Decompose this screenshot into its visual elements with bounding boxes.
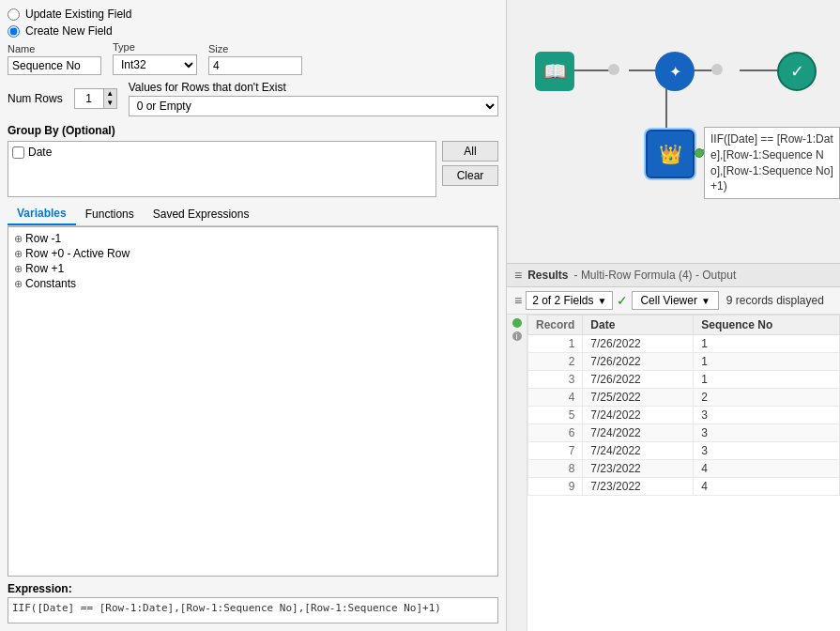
group-by-list: Date	[8, 141, 436, 197]
table-row: 4 7/25/2022 2	[528, 389, 840, 407]
cell-record: 5	[528, 407, 583, 424]
num-rows-spinner[interactable]: ▲ ▼	[74, 88, 117, 109]
group-by-section: Group By (Optional) Date All Clear	[8, 124, 498, 197]
group-by-label: Group By (Optional)	[8, 124, 115, 137]
group-by-date-checkbox[interactable]	[12, 146, 24, 159]
tab-variables[interactable]: Variables	[8, 203, 76, 225]
values-label: Values for Rows that don't Exist	[129, 81, 498, 94]
tree-item-constants[interactable]: Constants	[12, 276, 494, 291]
field-name-input[interactable]	[8, 56, 101, 75]
results-subtitle: - Multi-Row Formula (4) - Output	[574, 269, 737, 282]
spinner-up[interactable]: ▲	[103, 89, 116, 99]
data-table: Record Date Sequence No 1 7/26/2022 1 2 …	[527, 315, 840, 496]
create-new-label: Create New Field	[25, 24, 113, 38]
col-record: Record	[528, 316, 583, 335]
table-sidebar: i	[507, 315, 527, 631]
cell-viewer-button[interactable]: Cell Viewer ▼	[632, 291, 718, 310]
col-date: Date	[583, 316, 694, 335]
table-row: 1 7/26/2022 1	[528, 335, 840, 353]
cell-seqno: 4	[694, 478, 840, 496]
field-type-row: Name Type Int32 Size	[8, 41, 498, 75]
cell-date: 7/24/2022	[583, 424, 694, 442]
records-count: 9 records displayed	[726, 294, 824, 307]
connector-2	[711, 64, 723, 75]
field-name-label: Name	[8, 43, 101, 54]
workflow-node-3[interactable]: ✓	[777, 52, 817, 91]
workflow-node-1[interactable]: 📖	[535, 52, 574, 91]
group-by-date-label: Date	[28, 146, 52, 159]
values-select[interactable]: 0 or Empty	[129, 96, 498, 116]
tooltip-text: IIF([Date] == [Row-1:Date],[Row-1:Sequen…	[710, 131, 833, 194]
all-button[interactable]: All	[442, 141, 498, 162]
update-existing-radio[interactable]	[8, 8, 20, 21]
table-scroll-area: Record Date Sequence No 1 7/26/2022 1 2 …	[527, 315, 840, 631]
cell-seqno: 3	[694, 407, 840, 424]
update-existing-radio-row: Update Existing Field	[8, 8, 498, 21]
table-row: 5 7/24/2022 3	[528, 407, 840, 424]
expression-section: Expression: IIF([Date] == [Row-1:Date],[…	[8, 582, 498, 623]
table-row: 8 7/23/2022 4	[528, 460, 840, 478]
table-header: Record Date Sequence No	[528, 316, 840, 335]
spinner-down[interactable]: ▼	[103, 99, 116, 108]
right-panel: 📖 ✦ ✓ 👑 IIF([Date] == [Row-1:Date],[Row-…	[507, 0, 840, 631]
expression-box[interactable]: IIF([Date] == [Row-1:Date],[Row-1:Sequen…	[8, 597, 498, 623]
fields-dropdown[interactable]: 2 of 2 Fields ▼	[526, 291, 613, 310]
results-hamburger-icon[interactable]: ≡	[514, 268, 522, 283]
num-rows-row: Num Rows ▲ ▼ Values for Rows that don't …	[8, 81, 498, 116]
table-row: 6 7/24/2022 3	[528, 424, 840, 442]
results-panel: ≡ Results - Multi-Row Formula (4) - Outp…	[507, 263, 840, 631]
tree-item-row-minus1[interactable]: Row -1	[12, 231, 494, 246]
table-body: 1 7/26/2022 1 2 7/26/2022 1 3 7/26/2022 …	[528, 335, 840, 496]
type-select[interactable]: Int32	[113, 54, 197, 75]
check-icon[interactable]: ✓	[617, 293, 628, 308]
toolbar-menu-icon[interactable]: ≡	[514, 293, 522, 308]
size-input[interactable]	[208, 56, 302, 75]
cell-record: 9	[528, 478, 583, 496]
tab-functions[interactable]: Functions	[76, 203, 144, 225]
cell-record: 6	[528, 424, 583, 442]
table-wrapper: i Record Date Sequence No 1 7/26/2022 1 …	[507, 315, 840, 631]
cell-date: 7/26/2022	[583, 353, 694, 371]
cell-record: 8	[528, 460, 583, 478]
type-group: Type Int32	[113, 41, 197, 75]
expression-label: Expression:	[8, 582, 498, 595]
node-tooltip: IIF([Date] == [Row-1:Date],[Row-1:Sequen…	[704, 127, 840, 199]
num-rows-input[interactable]	[75, 90, 103, 107]
size-group: Size	[208, 43, 302, 75]
results-header: ≡ Results - Multi-Row Formula (4) - Outp…	[507, 264, 840, 287]
group-by-item-date: Date	[12, 146, 432, 159]
table-row: 3 7/26/2022 1	[528, 371, 840, 389]
info-status-dot: i	[512, 331, 522, 341]
tree-item-row-active[interactable]: Row +0 - Active Row	[12, 246, 494, 261]
group-by-buttons: All Clear	[442, 141, 498, 197]
cell-record: 3	[528, 371, 583, 389]
cell-seqno: 4	[694, 460, 840, 478]
type-label: Type	[113, 41, 197, 53]
cell-date: 7/26/2022	[583, 371, 694, 389]
values-group: Values for Rows that don't Exist 0 or Em…	[129, 81, 498, 116]
workflow-node-2[interactable]: ✦	[655, 52, 695, 91]
connector-1	[608, 64, 619, 75]
update-existing-label: Update Existing Field	[25, 8, 131, 21]
cell-record: 2	[528, 353, 583, 371]
num-rows-label: Num Rows	[8, 92, 63, 105]
group-by-area: Date All Clear	[8, 141, 498, 197]
cell-date: 7/24/2022	[583, 407, 694, 424]
tree-item-row-plus1[interactable]: Row +1	[12, 261, 494, 276]
workflow-area: 📖 ✦ ✓ 👑 IIF([Date] == [Row-1:Date],[Row-…	[507, 0, 840, 263]
cell-record: 4	[528, 389, 583, 407]
tab-saved-expressions[interactable]: Saved Expressions	[144, 203, 259, 225]
cell-viewer-label: Cell Viewer	[640, 294, 696, 307]
cell-seqno: 1	[694, 353, 840, 371]
create-new-radio[interactable]	[8, 25, 20, 38]
workflow-node-multirow[interactable]: 👑	[646, 130, 695, 178]
table-row: 7 7/24/2022 3	[528, 442, 840, 460]
clear-button[interactable]: Clear	[442, 165, 498, 186]
cell-date: 7/23/2022	[583, 460, 694, 478]
left-panel: Update Existing Field Create New Field N…	[0, 0, 507, 631]
fields-dropdown-label: 2 of 2 Fields	[532, 294, 593, 307]
cell-seqno: 3	[694, 442, 840, 460]
cell-date: 7/25/2022	[583, 389, 694, 407]
output-dot	[695, 148, 704, 158]
dropdown-arrow-icon: ▼	[598, 296, 607, 306]
